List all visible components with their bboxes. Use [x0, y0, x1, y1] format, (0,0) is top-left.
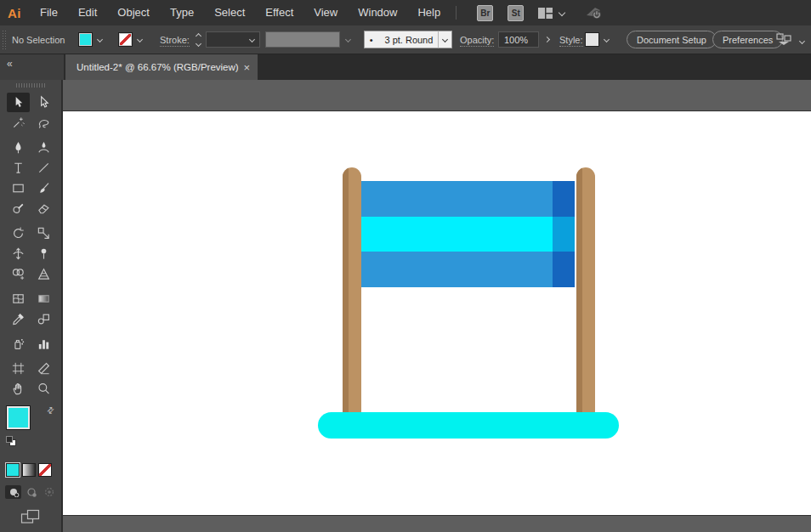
- lasso-tool-icon[interactable]: [32, 113, 55, 133]
- illustrator-logo: Ai: [0, 6, 30, 20]
- width-profile-dropdown[interactable]: [342, 32, 354, 47]
- draw-inside-icon[interactable]: [41, 485, 57, 499]
- selection-tool-icon[interactable]: [7, 93, 30, 112]
- symbol-sprayer-tool-icon[interactable]: [7, 334, 30, 354]
- menu-select[interactable]: Select: [204, 0, 255, 25]
- right-post-shape[interactable]: [576, 167, 595, 415]
- banner-shade-bottom[interactable]: [553, 252, 575, 287]
- right-post-shade: [576, 167, 582, 415]
- arrange-dropdown[interactable]: [796, 34, 808, 48]
- draw-normal-icon[interactable]: [5, 485, 21, 499]
- style-label[interactable]: Style:: [559, 35, 583, 47]
- none-button[interactable]: [38, 463, 52, 477]
- menu-items: FileEditObjectTypeSelectEffectViewWindow…: [30, 0, 451, 25]
- blend-tool-icon[interactable]: [32, 309, 55, 329]
- eyedropper-tool-icon[interactable]: [7, 309, 30, 329]
- stroke-dropdown[interactable]: [133, 32, 146, 47]
- menu-type[interactable]: Type: [160, 0, 204, 25]
- gradient-tool-icon[interactable]: [32, 289, 55, 308]
- selection-status: No Selection: [12, 35, 65, 45]
- scale-tool-icon[interactable]: [32, 224, 55, 243]
- draw-behind-icon[interactable]: [23, 485, 39, 499]
- collapse-panel-icon[interactable]: «: [7, 58, 13, 70]
- shaper-tool-icon[interactable]: [7, 199, 30, 218]
- menu-view[interactable]: View: [303, 0, 348, 25]
- banner-shadow-edge[interactable]: [553, 181, 575, 287]
- banner-stripe-bottom[interactable]: [360, 252, 575, 287]
- banner-shape[interactable]: [360, 181, 575, 287]
- rotate-tool-icon[interactable]: [7, 224, 30, 243]
- style-dropdown[interactable]: [600, 32, 613, 47]
- menu-object[interactable]: Object: [107, 0, 160, 25]
- close-tab-icon[interactable]: ×: [243, 62, 250, 73]
- brush-dropdown[interactable]: [438, 31, 452, 48]
- canvas-area[interactable]: [63, 80, 811, 532]
- banner-stripe-top[interactable]: [360, 181, 575, 217]
- line-segment-tool-icon[interactable]: [32, 158, 55, 178]
- artboard-tool-icon[interactable]: [7, 359, 30, 378]
- swap-fill-stroke-icon[interactable]: ⇄: [44, 405, 56, 416]
- left-post-shape[interactable]: [343, 167, 361, 415]
- stroke-weight-field[interactable]: [206, 31, 260, 48]
- banner-shade-middle[interactable]: [553, 217, 575, 252]
- sync-share-icon[interactable]: [583, 5, 605, 20]
- stock-button[interactable]: St: [508, 5, 524, 21]
- arrange-icon[interactable]: [775, 32, 792, 50]
- magic-wand-tool-icon[interactable]: [7, 113, 30, 133]
- fill-color-swatch[interactable]: [78, 32, 93, 47]
- hand-tool-icon[interactable]: [7, 379, 30, 399]
- document-tab[interactable]: Untitled-2* @ 66.67% (RGB/Preview) ×: [65, 54, 258, 80]
- default-fill-stroke-icon[interactable]: [6, 436, 16, 446]
- controlbar-grip[interactable]: [2, 30, 8, 50]
- screen-mode-icon[interactable]: [20, 509, 61, 528]
- menu-bar: Ai FileEditObjectTypeSelectEffectViewWin…: [0, 0, 811, 25]
- workspace-switcher-icon[interactable]: [537, 7, 564, 20]
- stroke-color-swatch[interactable]: [118, 32, 133, 47]
- menu-effect[interactable]: Effect: [255, 0, 303, 25]
- document-setup-button[interactable]: Document Setup: [627, 31, 717, 48]
- slice-tool-icon[interactable]: [32, 359, 55, 378]
- brush-preview-dot: •: [370, 35, 373, 45]
- opacity-options-arrow[interactable]: [541, 31, 553, 48]
- eraser-tool-icon[interactable]: [32, 199, 55, 218]
- zoom-tool-icon[interactable]: [32, 379, 55, 399]
- fill-indicator[interactable]: [6, 405, 31, 430]
- menu-window[interactable]: Window: [348, 0, 407, 25]
- opacity-field[interactable]: 100%: [498, 31, 539, 48]
- width-tool-icon[interactable]: [7, 244, 30, 263]
- menu-file[interactable]: File: [30, 0, 68, 25]
- tools-panel-grip[interactable]: [16, 83, 45, 88]
- artboard[interactable]: [63, 110, 811, 516]
- menu-edit[interactable]: Edit: [68, 0, 107, 25]
- shape-builder-tool-icon[interactable]: [7, 264, 30, 284]
- puppet-warp-tool-icon[interactable]: [32, 244, 55, 263]
- opacity-label[interactable]: Opacity:: [460, 35, 494, 47]
- brush-definition-value: 3 pt. Round: [384, 35, 433, 45]
- bridge-button[interactable]: Br: [477, 5, 493, 21]
- menu-help[interactable]: Help: [407, 0, 451, 25]
- gradient-button[interactable]: [22, 463, 36, 477]
- stroke-weight-stepper[interactable]: [193, 31, 203, 48]
- paintbrush-tool-icon[interactable]: [32, 178, 55, 198]
- mesh-tool-icon[interactable]: [7, 289, 30, 308]
- perspective-grid-tool-icon[interactable]: [32, 264, 55, 284]
- banner-shade-top[interactable]: [553, 181, 575, 217]
- color-button[interactable]: [6, 463, 20, 477]
- direct-selection-tool-icon[interactable]: [32, 93, 55, 112]
- rectangle-tool-icon[interactable]: [7, 178, 30, 198]
- document-tab-bar: « Untitled-2* @ 66.67% (RGB/Preview) ×: [0, 54, 811, 80]
- tools-list: [0, 93, 61, 399]
- curvature-tool-icon[interactable]: [32, 138, 55, 157]
- pen-tool-icon[interactable]: [7, 138, 30, 157]
- menu-separator: [456, 6, 457, 20]
- fill-dropdown[interactable]: [94, 32, 106, 47]
- width-profile-field[interactable]: [265, 31, 340, 48]
- stroke-weight-label[interactable]: Stroke:: [160, 35, 190, 47]
- style-swatch[interactable]: [585, 32, 599, 47]
- brush-definition-field[interactable]: • 3 pt. Round: [364, 31, 439, 48]
- preferences-button[interactable]: Preferences: [712, 31, 783, 48]
- column-graph-tool-icon[interactable]: [32, 334, 55, 354]
- banner-stripe-middle[interactable]: [360, 217, 575, 252]
- base-shape[interactable]: [318, 412, 619, 439]
- type-tool-icon[interactable]: [7, 158, 30, 178]
